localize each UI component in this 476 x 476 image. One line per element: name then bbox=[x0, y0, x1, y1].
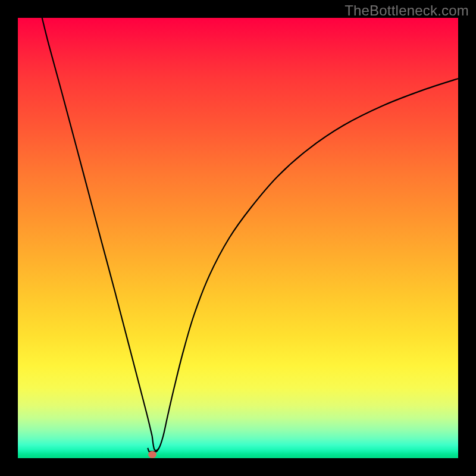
curve-left-branch bbox=[42, 18, 152, 436]
watermark-text: TheBottleneck.com bbox=[345, 2, 469, 19]
bottleneck-curve bbox=[18, 18, 458, 458]
plot-area bbox=[18, 18, 458, 458]
chart-frame: TheBottleneck.com bbox=[0, 0, 476, 476]
curve-right-branch bbox=[152, 79, 458, 450]
minimum-marker bbox=[148, 451, 156, 458]
